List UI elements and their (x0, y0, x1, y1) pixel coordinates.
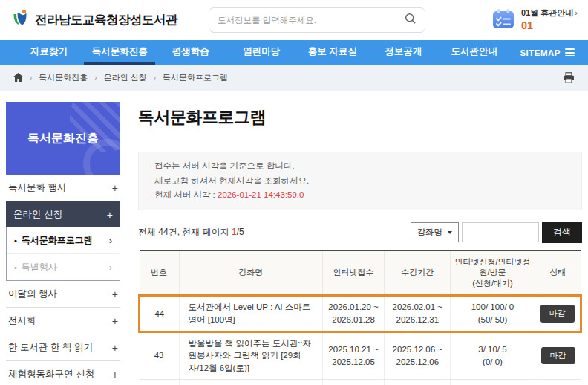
breadcrumb-sep-icon: › (30, 74, 32, 82)
global-nav: 자료찾기 독서문화진흥 평생학습 열린마당 홍보 자료실 정보공개 도서관안내 … (0, 40, 588, 65)
sidebar-item-monthly-events[interactable]: 이달의 행사 + (6, 281, 120, 308)
breadcrumb-sep-icon: › (154, 74, 156, 82)
book-search-box (209, 7, 425, 33)
breadcrumb: › 독서문화진흥 › 온라인 신청 › 독서문화프로그램 (0, 65, 588, 91)
calendar-icon (492, 8, 514, 32)
status-badge: 마감 (540, 305, 575, 323)
program-table: 번호 강좌명 인터넷접수 수강기간 인터넷신청/인터넷정원/방문 (신청/대기)… (138, 250, 582, 385)
nav-item-open-forum[interactable]: 열린마당 (226, 40, 296, 65)
hamburger-icon (565, 48, 575, 56)
chevron-down-icon (448, 231, 452, 234)
nav-item-lifelong-learning[interactable]: 평생학습 (155, 40, 226, 65)
status-badge: 마감 (541, 347, 575, 365)
list-count-info: 전체 44건, 현재 페이지 1/5 (138, 226, 244, 243)
breadcrumb-item[interactable]: 독서문화진흥 (39, 72, 88, 83)
bullet-icon: • (14, 236, 17, 245)
cell-no: 42 (140, 379, 180, 385)
site-logo[interactable]: 전라남도교육청장성도서관 (10, 9, 177, 31)
nav-item-info-disclosure[interactable]: 정보공개 (368, 40, 438, 65)
notice-line: · 접수는 서버 시각을 기준으로 합니다. (149, 159, 571, 174)
course-title-link[interactable]: 방울방울 책 읽어주는 도서관::자원봉사자와 그림책 읽기 [29회차/12월… (179, 331, 322, 379)
page-title: 독서문화프로그램 (138, 102, 582, 140)
nav-item-pr-materials[interactable]: 홍보 자료실 (297, 40, 368, 65)
course-title-link[interactable]: 도서관에서 Level UP : AI 스마트 영어 [100명] (179, 296, 322, 331)
nav-item-library-guide[interactable]: 도서관안내 (439, 40, 509, 65)
cell-course-period: 2025.11.29 ~2025.11.29 (385, 379, 451, 385)
server-time-notice: · 접수는 서버 시각을 기준으로 합니다. · 새로고침 하셔서 현재시각을 … (138, 152, 582, 210)
table-row: 42 방울방울 책 읽어주는 도서관::자원봉사자와 그림책 읽기 [28회차/… (140, 379, 581, 385)
main-panel: 독서문화프로그램 · 접수는 서버 시각을 기준으로 합니다. · 새로고침 하… (138, 102, 582, 385)
cell-status: 마감 (535, 331, 581, 379)
print-icon[interactable] (563, 72, 575, 83)
list-toolbar: 전체 44건, 현재 페이지 1/5 강좌명 검색 (138, 222, 582, 243)
cell-quota: 100/ 100/ 0(50/ 50) (451, 296, 535, 331)
closure-notice-link[interactable]: 01월 휴관안내› 01 (492, 8, 578, 33)
closure-text: 01월 휴관안내› 01 (521, 8, 578, 33)
plus-icon: + (107, 209, 113, 221)
search-icon[interactable] (405, 13, 416, 28)
search-category-select[interactable]: 강좌명 (411, 222, 460, 242)
submenu-item-reading-program[interactable]: • 독서문화프로그램 › (7, 227, 120, 254)
current-page: 1 (232, 227, 237, 237)
search-button[interactable]: 검색 (542, 222, 582, 243)
cell-status: 마감 (535, 379, 581, 385)
logo-text: 전라남도교육청장성도서관 (35, 12, 177, 28)
cell-status: 마감 (535, 296, 581, 331)
cell-apply-period: 2025.10.21 ~2025.11.28 (322, 379, 384, 385)
sidebar-item-online-application[interactable]: 온라인 신청 + (6, 201, 120, 227)
bullet-icon: • (14, 263, 17, 272)
home-icon[interactable] (13, 73, 23, 83)
chevron-right-icon: › (575, 8, 578, 17)
nav-item-search-materials[interactable]: 자료찾기 (13, 40, 84, 65)
cell-no: 44 (140, 296, 180, 331)
course-title-link[interactable]: 방울방울 책 읽어주는 도서관::자원봉사자와 그림책 읽기 [28회차/11월… (179, 379, 322, 385)
closure-title: 01월 휴관안내 (521, 8, 573, 17)
search-controls: 강좌명 검색 (411, 222, 583, 243)
notice-line: · 새로고침 하셔서 현재시각을 조회하세요. (149, 174, 571, 189)
page: 전라남도교육청장성도서관 (0, 0, 588, 385)
breadcrumb-item[interactable]: 온라인 신청 (104, 72, 147, 83)
notice-line: · 현재 서버 시각 : 2026-01-21 14:43:59.0 (149, 188, 571, 203)
table-header-row: 번호 강좌명 인터넷접수 수강기간 인터넷신청/인터넷정원/방문 (신청/대기)… (140, 250, 581, 296)
plus-icon: + (112, 182, 118, 194)
col-header-status: 상태 (535, 250, 581, 296)
cell-course-period: 2025.12.06 ~2025.12.06 (385, 331, 451, 379)
sidebar: 독서문화진흥 독서문화 행사 + 온라인 신청 + • 독서문화프로그램 › •… (6, 102, 120, 385)
table-row: 44 도서관에서 Level UP : AI 스마트 영어 [100명] 202… (140, 296, 581, 331)
cell-course-period: 2026.02.01 ~2026.12.31 (385, 296, 451, 331)
server-time: 2026-01-21 14:43:59.0 (218, 190, 304, 199)
library-logo-icon (10, 9, 30, 31)
col-header-apply: 인터넷접수 (322, 250, 384, 296)
col-header-title: 강좌명 (179, 250, 322, 296)
sidebar-item-exhibition[interactable]: 전시회 + (6, 308, 120, 334)
closure-number: 01 (521, 19, 578, 32)
cell-quota: 2/ 10/ 5(0/ 0) (451, 379, 535, 385)
col-header-no: 번호 (140, 250, 180, 296)
cell-apply-period: 2026.01.20 ~2026.01.28 (322, 296, 384, 331)
submenu-item-special-event[interactable]: • 특별행사 › (7, 254, 120, 280)
sidebar-item-storytelling-application[interactable]: 체험형동화구연 신청 + (6, 361, 120, 385)
breadcrumb-item[interactable]: 독서문화프로그램 (163, 72, 228, 83)
cell-no: 43 (140, 331, 180, 379)
plus-icon: + (112, 288, 118, 300)
sidebar-section-title: 독서문화진흥 (6, 102, 120, 175)
col-header-quota: 인터넷신청/인터넷정원/방문 (신청/대기) (451, 250, 535, 296)
top-header: 전라남도교육청장성도서관 (0, 0, 588, 40)
sidebar-submenu: • 독서문화프로그램 › • 특별행사 › (6, 227, 120, 281)
sidebar-item-reading-events[interactable]: 독서문화 행사 + (6, 175, 120, 201)
table-row: 43 방울방울 책 읽어주는 도서관::자원봉사자와 그림책 읽기 [29회차/… (140, 331, 581, 379)
plus-icon: + (112, 369, 118, 381)
plus-icon: + (112, 342, 118, 354)
chevron-right-icon: › (109, 262, 112, 273)
cell-quota: 3/ 10/ 5(0/ 0) (451, 331, 535, 379)
chevron-right-icon: › (109, 235, 112, 246)
sidebar-item-one-library-one-book[interactable]: 한 도서관 한 책 읽기 + (6, 334, 120, 361)
sitemap-label: SITEMAP (520, 48, 561, 57)
book-search-input[interactable] (218, 16, 405, 25)
col-header-period: 수강기간 (385, 250, 451, 296)
content-area: 독서문화진흥 독서문화 행사 + 온라인 신청 + • 독서문화프로그램 › •… (0, 91, 588, 385)
nav-item-reading-culture[interactable]: 독서문화진흥 (84, 40, 154, 65)
keyword-input[interactable] (462, 222, 539, 242)
sitemap-button[interactable]: SITEMAP (509, 40, 575, 65)
breadcrumb-sep-icon: › (94, 74, 97, 82)
